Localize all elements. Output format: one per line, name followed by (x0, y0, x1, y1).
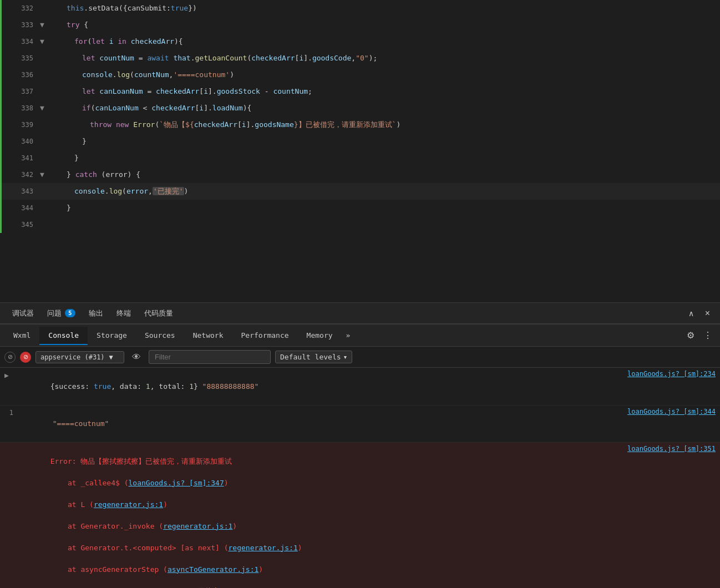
tab-sources[interactable]: Sources (136, 327, 184, 345)
problems-badge: 5 (65, 309, 75, 317)
fold-icon (38, 0, 47, 17)
default-levels-label: Default levels (280, 353, 341, 361)
collapse-button[interactable]: ∧ (685, 307, 697, 320)
line-number: 345 (2, 216, 38, 233)
code-line-335: 335let countNum = await that.getLoanCoun… (0, 50, 720, 67)
fold-icon (38, 83, 47, 100)
code-line-344: 344} (0, 200, 720, 216)
devtools-tabs: Wxml Console Storage Sources Network Per… (0, 325, 720, 347)
clear-console-button[interactable]: ⊘ (4, 352, 16, 363)
fold-icon[interactable]: ▼ (38, 17, 47, 33)
code-line-338: 338▼if(canLoanNum < checkedArr[i].loadNu… (0, 100, 720, 116)
tab-codequality[interactable]: 代码质量 (139, 305, 179, 322)
code-line-333: 333▼try { (0, 17, 720, 33)
link-1[interactable]: loanGoods.js? [sm]:347 (129, 479, 224, 487)
fold-icon (38, 133, 47, 150)
tab-more[interactable]: » (342, 327, 355, 344)
line-number: 336 (2, 67, 38, 83)
tab-debugger-label: 调试器 (12, 308, 34, 318)
code-line-345: 345 (0, 216, 720, 233)
line-number: 338 (2, 100, 38, 116)
filter-input[interactable] (149, 350, 271, 364)
tab-sources-label: Sources (145, 331, 175, 339)
code-line-334: 334▼for(let i in checkedArr){ (0, 33, 720, 50)
line-number: 340 (2, 133, 38, 150)
stop-button[interactable]: ⊘ (20, 352, 31, 363)
tab-wxml[interactable]: Wxml (4, 327, 39, 345)
link-5[interactable]: asyncToGenerator.js:1 (168, 565, 258, 574)
entry-location-3[interactable]: loanGoods.js? [sm]:351 (627, 445, 716, 453)
tab-terminal[interactable]: 终端 (111, 305, 136, 322)
line-number: 332 (2, 0, 38, 17)
default-levels-select[interactable]: Default levels ▾ (275, 351, 352, 363)
tab-network[interactable]: Network (184, 327, 232, 345)
code-line-336: 336console.log(countNum,'====coutnum') (0, 67, 720, 83)
link-4[interactable]: regenerator.js:1 (229, 544, 298, 552)
fold-icon (38, 200, 47, 216)
fold-icon[interactable]: ▼ (38, 33, 47, 50)
service-dropdown-icon: ▼ (109, 353, 113, 361)
line-content (47, 216, 720, 233)
tab-output[interactable]: 输出 (83, 305, 109, 322)
fold-icon[interactable]: ▼ (38, 166, 47, 183)
tab-output-label: 输出 (89, 308, 103, 318)
tab-storage-label: Storage (97, 331, 127, 339)
eye-button[interactable]: 👁 (129, 351, 144, 363)
tab-storage[interactable]: Storage (88, 327, 136, 345)
fold-icon (38, 116, 47, 133)
line-content: } catch (error) { (47, 166, 720, 183)
code-line-337: 337let canLoanNum = checkedArr[i].goodsS… (0, 83, 720, 100)
tab-console[interactable]: Console (39, 327, 88, 345)
fold-icon[interactable]: ▼ (38, 100, 47, 116)
tab-memory[interactable]: Memory (298, 327, 342, 345)
line-content: for(let i in checkedArr){ (47, 33, 720, 50)
line-content: console.log(countNum,'====coutnum') (47, 67, 720, 83)
tab-problems-label: 问题 (47, 308, 62, 318)
close-button[interactable]: × (702, 306, 713, 321)
line-number: 341 (2, 150, 38, 166)
console-entry-2: 1 "====coutnum" loanGoods.js? [sm]:344 (0, 405, 720, 443)
console-output[interactable]: ▶ {success: true, data: 1, total: 1} "88… (0, 368, 720, 588)
line-number: 344 (2, 200, 38, 216)
entry-content-1: {success: true, data: 1, total: 1} "8888… (16, 370, 623, 403)
levels-arrow-icon: ▾ (343, 353, 348, 361)
console-entry-1: ▶ {success: true, data: 1, total: 1} "88… (0, 368, 720, 405)
code-line-342: 342▼} catch (error) { (0, 166, 720, 183)
code-line-339: 339throw new Error(`物品【${checkedArr[i].g… (0, 116, 720, 133)
line-number: 342 (2, 166, 38, 183)
tab-codequality-label: 代码质量 (144, 308, 173, 318)
settings-button[interactable]: ⚙ (683, 328, 698, 343)
line-content: } (47, 150, 720, 166)
line-num-2: 1 (4, 409, 13, 417)
entry-location-2[interactable]: loanGoods.js? [sm]:344 (627, 408, 716, 415)
tab-debugger[interactable]: 调试器 (7, 305, 39, 322)
line-content: console.log(error,'已接完') (47, 183, 720, 200)
code-line-341: 341} (0, 150, 720, 166)
tab-performance[interactable]: Performance (232, 327, 298, 345)
line-content: throw new Error(`物品【${checkedArr[i].good… (47, 116, 720, 133)
console-entry-3: Error: 物品【擦拭擦拭擦】已被借完，请重新添加重试 at _callee4… (0, 443, 720, 588)
tab-terminal-label: 终端 (116, 308, 131, 318)
code-line-340: 340} (0, 133, 720, 150)
link-2[interactable]: regenerator.js:1 (94, 500, 163, 509)
fold-icon (38, 150, 47, 166)
tab-problems[interactable]: 问题 5 (42, 305, 81, 322)
devtools-menu-button[interactable]: ⋮ (700, 328, 716, 343)
service-select[interactable]: appservice (#31) ▼ (36, 351, 124, 363)
code-editor: 332this.setData({canSubmit:true})333▼try… (0, 0, 720, 302)
line-content: } (47, 133, 720, 150)
line-content: if(canLoanNum < checkedArr[i].loadNum){ (47, 100, 720, 116)
expand-icon-1[interactable]: ▶ (4, 371, 13, 379)
link-3[interactable]: regenerator.js:1 (163, 522, 232, 530)
code-line-343: 343console.log(error,'已接完') (0, 183, 720, 200)
console-toolbar: ⊘ ⊘ appservice (#31) ▼ 👁 Default levels … (0, 347, 720, 368)
line-number: 334 (2, 33, 38, 50)
code-line-332: 332this.setData({canSubmit:true}) (0, 0, 720, 17)
toolbar-controls: ∧ × (685, 306, 713, 321)
line-number: 335 (2, 50, 38, 67)
tab-console-label: Console (48, 331, 79, 339)
line-content: let canLoanNum = checkedArr[i].goodsStoc… (47, 83, 720, 100)
entry-location-1[interactable]: loanGoods.js? [sm]:234 (627, 370, 716, 378)
tab-performance-label: Performance (241, 331, 289, 339)
fold-icon (38, 50, 47, 67)
